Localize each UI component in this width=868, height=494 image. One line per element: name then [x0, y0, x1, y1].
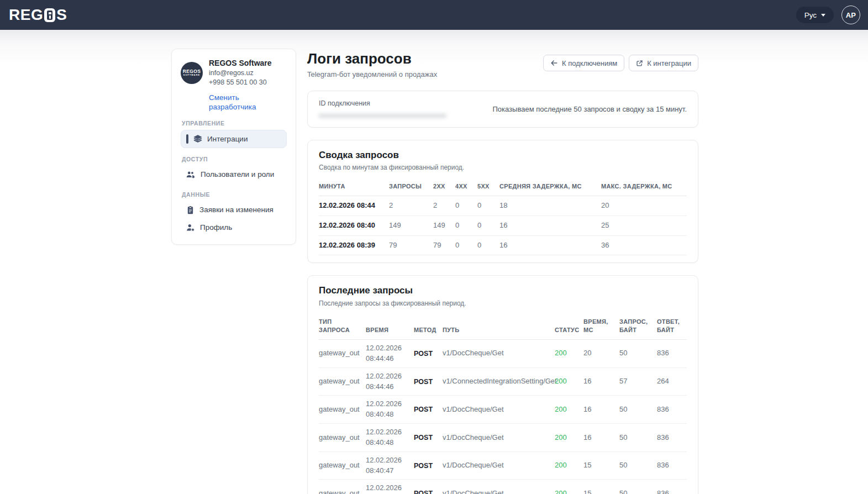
recent-subtitle: Последние запросы за фиксированный перио…	[319, 299, 687, 308]
external-link-icon	[636, 60, 643, 67]
cell-response-bytes: 836	[657, 340, 687, 368]
cell-request-bytes: 50	[619, 424, 657, 452]
developer-name: REGOS Software	[209, 58, 287, 69]
cell-request-type: gateway_out	[319, 480, 366, 494]
recent-header-row: ТИП ЗАПРОСА ВРЕМЯ МЕТОД ПУТЬ СТАТУС ВРЕМ…	[319, 314, 687, 339]
cell-2xx: 149	[433, 216, 455, 235]
cell-status: 200	[555, 451, 583, 480]
cell-response-bytes: 836	[657, 451, 687, 480]
developer-logo-subtext: SOFTWARE	[183, 74, 200, 77]
col-requests: ЗАПРОСЫ	[389, 179, 433, 196]
cell-time: 12.02.2026 08:40:48	[366, 396, 414, 424]
chevron-down-icon	[821, 14, 825, 17]
col-time-ms: ВРЕМЯ, МС	[583, 314, 619, 339]
cell-request-bytes: 50	[619, 451, 657, 480]
recent-requests-table: ТИП ЗАПРОСА ВРЕМЯ МЕТОД ПУТЬ СТАТУС ВРЕМ…	[319, 314, 687, 494]
cell-date: 12.02.2026	[366, 427, 409, 438]
summary-subtitle: Сводка по минутам за фиксированный перио…	[319, 163, 687, 172]
to-connections-button[interactable]: К подключениям	[543, 55, 624, 71]
summary-title: Сводка запросов	[319, 149, 687, 161]
cell-2xx: 2	[433, 196, 455, 216]
cell-response-bytes: 264	[657, 367, 687, 396]
sidebar-item-profile[interactable]: Профиль	[181, 219, 287, 237]
col-time: ВРЕМЯ	[366, 314, 414, 339]
logs-note: Показываем последние 50 запросов и сводк…	[492, 105, 687, 113]
cell-clock: 08:44:46	[366, 354, 409, 364]
summary-table: МИНУТА ЗАПРОСЫ 2XX 4XX 5XX СРЕДНЯЯ ЗАДЕР…	[319, 179, 687, 255]
cell-path: v1/DocCheque/Get	[443, 451, 555, 480]
cell-method: POST	[414, 340, 443, 368]
sidebar-item-users-roles[interactable]: Пользователи и роли	[181, 166, 287, 183]
developer-logo: REGOS SOFTWARE	[181, 62, 203, 84]
cell-avg-latency: 16	[499, 235, 601, 255]
cell-request-bytes: 50	[619, 396, 657, 424]
cell-time-ms: 15	[583, 451, 619, 480]
col-max-latency: МАКС. ЗАДЕРЖКА, МС	[601, 179, 687, 196]
cell-requests: 2	[389, 196, 433, 216]
cell-max-latency: 25	[601, 216, 687, 235]
regos-logo[interactable]: REG S	[9, 7, 67, 23]
language-label: Рус	[804, 11, 817, 19]
arrow-left-icon	[550, 59, 558, 67]
cell-date: 12.02.2026	[366, 399, 409, 409]
recent-requests-card: Последние запросы Последние запросы за ф…	[307, 275, 698, 494]
cell-time: 12.02.2026 08:44:46	[366, 367, 414, 396]
sidebar-section-management: УПРАВЛЕНИЕ	[182, 120, 287, 127]
cell-request-type: gateway_out	[319, 367, 366, 396]
cell-4xx: 0	[455, 196, 477, 216]
change-developer-link[interactable]: Сменить разработчика	[209, 93, 287, 112]
cell-max-latency: 20	[601, 196, 687, 216]
developer-info: REGOS SOFTWARE REGOS Software info@regos…	[181, 58, 287, 112]
connection-id-value: xxxxxxxxxxxxxxxxxxxxxxxxxxxxxxxxx	[319, 111, 446, 119]
cell-clock: 08:40:47	[366, 466, 409, 476]
cell-request-type: gateway_out	[319, 451, 366, 480]
cell-response-bytes: 836	[657, 424, 687, 452]
cell-path: v1/DocCheque/Get	[443, 396, 555, 424]
cell-request-bytes: 57	[619, 367, 657, 396]
main-panel: Логи запросов Telegram-бот уведомлений о…	[307, 50, 698, 494]
language-dropdown[interactable]: Рус	[796, 7, 834, 23]
col-request-bytes: ЗАПРОС, БАЙТ	[619, 314, 657, 339]
col-request-type: ТИП ЗАПРОСА	[319, 314, 366, 339]
cell-clock: 08:40:48	[366, 409, 409, 420]
page-header: Логи запросов Telegram-бот уведомлений о…	[307, 50, 698, 80]
to-integration-button[interactable]: К интеграции	[629, 55, 698, 71]
summary-row: 12.02.2026 08:44 2 2 0 0 18 20	[319, 196, 687, 216]
request-row: gateway_out 12.02.2026 08:40:48 POST v1/…	[319, 396, 687, 424]
avatar[interactable]: АР	[841, 6, 860, 24]
user-gear-icon	[186, 223, 195, 232]
summary-header-row: МИНУТА ЗАПРОСЫ 2XX 4XX 5XX СРЕДНЯЯ ЗАДЕР…	[319, 179, 687, 196]
col-method: МЕТОД	[414, 314, 443, 339]
cell-status: 200	[555, 340, 583, 368]
request-row: gateway_out 12.02.2026 08:40:48 POST v1/…	[319, 424, 687, 452]
col-status: СТАТУС	[555, 314, 583, 339]
sidebar-item-label: Интеграции	[207, 135, 248, 143]
connection-id-label: ID подключения	[319, 99, 446, 109]
brand-o-icon	[44, 8, 55, 22]
cell-time-ms: 20	[583, 340, 619, 368]
brand-text-left: REG	[9, 7, 43, 23]
page-title: Логи запросов	[307, 50, 437, 68]
cell-minute: 12.02.2026 08:40	[319, 216, 389, 235]
developer-email: info@regos.uz	[209, 69, 287, 78]
cell-response-bytes: 836	[657, 396, 687, 424]
summary-row: 12.02.2026 08:40 149 149 0 0 16 25	[319, 216, 687, 235]
top-navbar: REG S Рус АР	[0, 0, 868, 30]
request-row: gateway_out 12.02.2026 08:40:47 POST v1/…	[319, 451, 687, 480]
recent-table-body: gateway_out 12.02.2026 08:44:46 POST v1/…	[319, 340, 687, 494]
cell-date: 12.02.2026	[366, 343, 409, 354]
cell-2xx: 79	[433, 235, 455, 255]
sidebar-item-change-requests[interactable]: Заявки на изменения	[181, 201, 287, 219]
col-2xx: 2XX	[433, 179, 455, 196]
layers-icon	[193, 134, 202, 143]
cell-method: POST	[414, 480, 443, 494]
sidebar-section-data: ДАННЫЕ	[182, 191, 287, 198]
cell-status: 200	[555, 480, 583, 494]
sidebar-section-access: ДОСТУП	[182, 156, 287, 162]
cell-request-type: gateway_out	[319, 396, 366, 424]
cell-method: POST	[414, 424, 443, 452]
page-subtitle: Telegram-бот уведомлений о продажах	[307, 70, 437, 80]
col-minute: МИНУТА	[319, 179, 389, 196]
sidebar-item-integrations[interactable]: Интеграции	[181, 130, 287, 148]
summary-row: 12.02.2026 08:39 79 79 0 0 16 36	[319, 235, 687, 255]
